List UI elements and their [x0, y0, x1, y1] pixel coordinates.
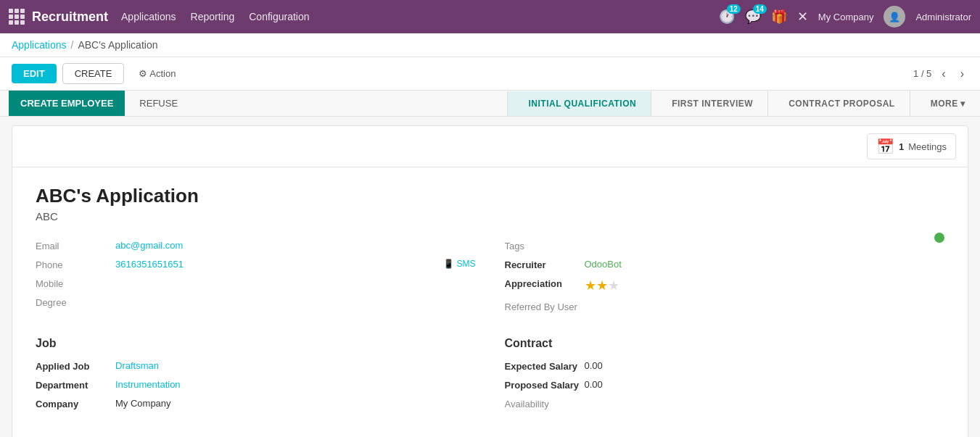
pager: 1 / 5 ‹ › [913, 66, 968, 82]
expected-salary-row: Expected Salary 0.00 [505, 360, 945, 372]
breadcrumb-current: ABC's Application [78, 39, 157, 51]
department-row: Department Instrumentation [36, 379, 476, 391]
menu-reporting[interactable]: Reporting [191, 11, 235, 22]
stage-contract-proposal[interactable]: CONTRACT PROPOSAL [767, 91, 910, 116]
meetings-count: 1 [899, 141, 904, 152]
calendar-icon: 📅 [876, 138, 894, 155]
job-contract-columns: Job Applied Job Draftsman Department Ins… [36, 337, 944, 417]
status-bar: CREATE EMPLOYEE REFUSE INITIAL QUALIFICA… [0, 91, 980, 117]
mobile-label: Mobile [36, 278, 115, 289]
top-menu: Applications Reporting Configuration [121, 11, 309, 22]
contract-section-title: Contract [505, 337, 945, 350]
create-button[interactable]: CREATE [62, 63, 125, 84]
meetings-label: Meetings [908, 141, 947, 152]
clock-badge: 12 [727, 4, 741, 14]
applicant-name: ABC [36, 210, 944, 222]
pager-next-button[interactable]: › [956, 66, 968, 82]
phone-value[interactable]: 3616351651651 [115, 259, 437, 270]
online-status-indicator [934, 233, 944, 243]
department-value[interactable]: Instrumentation [115, 379, 476, 390]
degree-row: Degree [36, 296, 476, 308]
expected-salary-value: 0.00 [585, 360, 945, 371]
stage-label: INITIAL QUALIFICATION [528, 99, 636, 109]
create-employee-button[interactable]: CREATE EMPLOYEE [9, 91, 125, 116]
pipeline-stages: INITIAL QUALIFICATION FIRST INTERVIEW CO… [507, 91, 971, 116]
contract-column: Contract Expected Salary 0.00 Proposed S… [505, 337, 945, 417]
stage-initial-qualification[interactable]: INITIAL QUALIFICATION [507, 91, 651, 116]
sms-icon: 📱 [443, 259, 454, 269]
edit-button[interactable]: EDIT [12, 64, 57, 83]
stage-label: FIRST INTERVIEW [672, 99, 753, 109]
referred-by-row: Referred By User [505, 301, 945, 312]
chat-badge: 14 [753, 4, 767, 14]
form-card: 📅 1 Meetings ABC's Application ABC Email… [12, 125, 968, 437]
applied-job-value[interactable]: Draftsman [115, 360, 476, 371]
mobile-row: Mobile [36, 278, 476, 289]
expected-salary-label: Expected Salary [505, 360, 585, 372]
email-label: Email [36, 240, 115, 251]
proposed-salary-value: 0.00 [585, 379, 945, 390]
breadcrumb: Applications / ABC's Application [0, 33, 980, 57]
sms-button[interactable]: 📱 SMS [443, 259, 475, 269]
form-card-header: 📅 1 Meetings [12, 126, 968, 167]
stage-first-interview[interactable]: FIRST INTERVIEW [651, 91, 767, 116]
company-row: Company My Company [36, 398, 476, 409]
stage-more-button[interactable]: MORE ▾ [910, 91, 971, 116]
pager-prev-button[interactable]: ‹ [937, 66, 950, 82]
recruiter-label: Recruiter [505, 259, 585, 270]
phone-label: Phone [36, 259, 115, 270]
availability-label: Availability [505, 398, 585, 409]
stage-more-label: MORE ▾ [931, 99, 965, 109]
application-title: ABC's Application [36, 185, 944, 207]
degree-label: Degree [36, 296, 115, 308]
email-row: Email abc@gmail.com [36, 240, 476, 251]
phone-row: Phone 3616351651651 📱 SMS [36, 259, 476, 270]
menu-applications[interactable]: Applications [121, 11, 176, 22]
toolbar: EDIT CREATE ⚙ Action 1 / 5 ‹ › [0, 57, 980, 91]
top-navigation: Recruitment Applications Reporting Confi… [0, 0, 980, 33]
stage-label: CONTRACT PROPOSAL [788, 99, 895, 109]
applied-job-label: Applied Job [36, 360, 115, 372]
meetings-button[interactable]: 📅 1 Meetings [867, 133, 956, 159]
job-column: Job Applied Job Draftsman Department Ins… [36, 337, 476, 417]
action-button[interactable]: ⚙ Action [130, 64, 184, 83]
form-columns: Email abc@gmail.com Phone 3616351651651 … [36, 240, 944, 320]
company-name: My Company [818, 12, 874, 22]
appreciation-label: Appreciation [505, 278, 585, 289]
email-value[interactable]: abc@gmail.com [115, 240, 476, 251]
company-label: Company [36, 398, 115, 409]
gift-icon[interactable]: 🎁 [771, 9, 787, 25]
user-name: Administrator [915, 12, 971, 22]
action-label: ⚙ Action [139, 68, 176, 79]
meta-column: Tags Recruiter OdooBot Appreciation ★★★ [505, 240, 945, 320]
department-label: Department [36, 379, 115, 391]
proposed-salary-label: Proposed Salary [505, 379, 585, 391]
chat-icon[interactable]: 💬 14 [745, 9, 761, 25]
top-nav-right: 🕐 12 💬 14 🎁 ✕ My Company 👤 Administrator [719, 6, 971, 28]
breadcrumb-parent[interactable]: Applications [12, 39, 67, 51]
applied-job-row: Applied Job Draftsman [36, 360, 476, 372]
pager-text: 1 / 5 [913, 68, 931, 79]
tags-row: Tags [505, 240, 945, 251]
sms-label: SMS [456, 259, 475, 269]
user-avatar[interactable]: 👤 [884, 6, 905, 28]
app-logo[interactable]: Recruitment [9, 9, 108, 25]
menu-configuration[interactable]: Configuration [249, 11, 309, 22]
close-icon[interactable]: ✕ [797, 9, 808, 25]
recruiter-row: Recruiter OdooBot [505, 259, 945, 270]
tags-label: Tags [505, 240, 585, 251]
referred-by-label: Referred By User [505, 301, 585, 312]
grid-icon [9, 9, 25, 25]
job-section-title: Job [36, 337, 476, 350]
availability-row: Availability [505, 398, 945, 409]
form-body: ABC's Application ABC Email abc@gmail.co… [12, 167, 968, 437]
app-name: Recruitment [32, 9, 108, 25]
main-content: 📅 1 Meetings ABC's Application ABC Email… [0, 117, 980, 437]
proposed-salary-row: Proposed Salary 0.00 [505, 379, 945, 391]
clock-icon[interactable]: 🕐 12 [719, 9, 735, 25]
refuse-button[interactable]: REFUSE [128, 91, 189, 116]
company-value: My Company [115, 398, 476, 409]
appreciation-row: Appreciation ★★★ [505, 278, 945, 294]
recruiter-value[interactable]: OdooBot [585, 259, 945, 270]
appreciation-stars[interactable]: ★★★ [585, 278, 945, 294]
